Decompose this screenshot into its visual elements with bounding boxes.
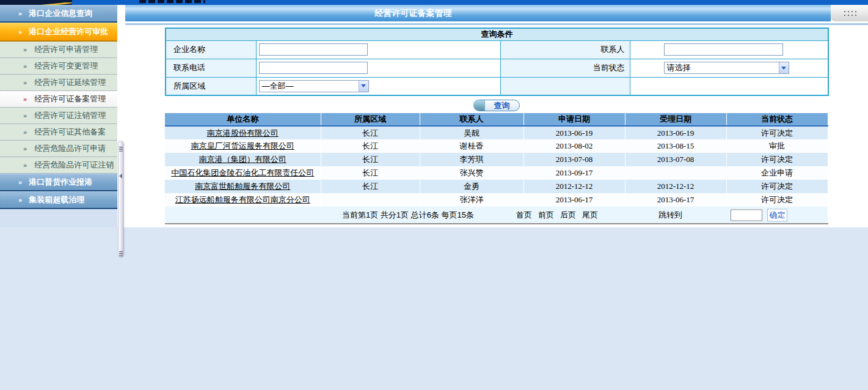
sidebar-item-port-enterprise-license-approval[interactable]: » 港口企业经营许可审批 [0, 23, 117, 42]
collapse-left-arrow-icon[interactable] [119, 174, 122, 178]
region-cell: 长江 [321, 126, 420, 139]
accept-date-cell: 2013-07-08 [625, 153, 726, 166]
sidebar-item-label: 港口普货作业报港 [29, 177, 92, 188]
menu-arrow-icon: » [18, 179, 21, 186]
header-divider [125, 23, 868, 25]
accept-date-cell: 2012-12-12 [625, 180, 726, 193]
sidebar-item-label: 港口企业信息查询 [29, 8, 92, 19]
prev-page-link[interactable]: 前页 [538, 210, 554, 221]
table-row: 南京港股份有限公司 长江 吴靓 2013-06-19 2013-06-19 许可… [165, 126, 828, 139]
menu-arrow-icon: » [23, 129, 26, 136]
first-page-link[interactable]: 首页 [516, 210, 532, 221]
sidebar-item-license-filing-mgmt-active[interactable]: » 经营许可证备案管理 [0, 91, 117, 108]
region-cell: 长江 [321, 153, 420, 166]
last-page-link[interactable]: 尾页 [582, 210, 598, 221]
menu-arrow-icon: » [23, 96, 26, 103]
grip-dots-icon [119, 146, 123, 152]
sidebar-item-label: 经营许可证注销管理 [34, 110, 106, 121]
col-apply-date: 申请日期 [523, 113, 625, 126]
sidebar-item-license-other-filing[interactable]: » 经营许可证其他备案 [0, 124, 117, 141]
apply-date-cell: 2012-12-12 [523, 180, 625, 193]
accept-date-cell: 2013-06-19 [625, 126, 726, 139]
contact-input[interactable] [664, 43, 783, 56]
contact-cell: 张洋洋 [420, 193, 523, 207]
status-label: 当前状态 [500, 59, 630, 77]
sidebar-item-license-cancellation-mgmt[interactable]: » 经营许可证注销管理 [0, 108, 117, 124]
region-label: 所属区域 [166, 77, 256, 95]
menu-arrow-icon: » [23, 112, 26, 119]
sidebar-item-label: 港口企业经营许可审批 [29, 26, 108, 37]
menu-arrow-icon: » [18, 29, 21, 35]
query-button-label: 查询 [485, 100, 519, 111]
sidebar-item-label: 经营许可申请管理 [34, 44, 98, 55]
apply-date-cell: 2013-08-02 [523, 139, 625, 153]
status-cell: 许可决定 [726, 126, 828, 139]
company-link[interactable]: 南京皇厂河货运服务有限公司 [191, 141, 294, 150]
company-link[interactable]: 南京港股份有限公司 [207, 128, 279, 138]
cutoff-banner-text [139, 0, 205, 3]
menu-arrow-icon: » [23, 46, 26, 53]
sidebar-item-general-cargo-report[interactable]: » 港口普货作业报港 [0, 174, 117, 191]
company-link[interactable]: 南京港（集团）有限公司 [199, 155, 286, 164]
col-accept-date: 受理日期 [625, 113, 726, 126]
company-link[interactable]: 中国石化集团金陵石油化工有限责任公司 [171, 168, 314, 177]
grip-dots-icon [843, 10, 856, 17]
sidebar-item-port-enterprise-info-query[interactable]: » 港口企业信息查询 [0, 5, 117, 23]
logo-corner [0, 0, 72, 5]
select-arrow-button[interactable] [359, 81, 368, 92]
sidebar-item-label: 经营危险品许可申请 [34, 143, 106, 154]
region-cell [321, 193, 420, 207]
company-name-input[interactable] [259, 43, 368, 56]
sidebar-splitter-handle[interactable] [118, 141, 123, 257]
query-button-row: 查询 [165, 98, 828, 112]
region-cell: 长江 [321, 139, 420, 153]
query-form: 查询条件 企业名称 联系人 联系电话 当前状态 请选择 所属区域 —全部— [165, 28, 829, 96]
header-corner-button[interactable] [831, 5, 868, 21]
pagination-bar: 当前第1页 共分1页 总计6条 每页15条 首页 前页 后页 尾页 跳转到 确定 [165, 207, 828, 223]
sidebar-menu: » 港口企业信息查询 » 港口企业经营许可审批 » 经营许可申请管理 » 经营许… [0, 5, 117, 209]
accept-date-cell: 2013-06-17 [625, 193, 726, 207]
sidebar-item-dangerous-goods-license-cancel[interactable]: » 经营危险品许可证注销 [0, 157, 117, 174]
accept-date-cell: 2013-08-15 [625, 139, 726, 153]
region-select[interactable]: —全部— [259, 80, 369, 92]
col-company-name: 单位名称 [165, 113, 321, 126]
region-cell: 长江 [321, 180, 420, 193]
company-link[interactable]: 南京富世船舶服务有限公司 [195, 182, 290, 191]
sidebar-item-license-change-mgmt[interactable]: » 经营许可变更管理 [0, 58, 117, 75]
query-button[interactable]: 查询 [473, 100, 520, 111]
status-select[interactable]: 请选择 [664, 62, 789, 74]
chevron-down-icon [781, 67, 786, 70]
sidebar-item-license-application-mgmt[interactable]: » 经营许可申请管理 [0, 42, 117, 58]
menu-arrow-icon: » [23, 145, 26, 152]
pagination-row: 当前第1页 共分1页 总计6条 每页15条 首页 前页 后页 尾页 跳转到 确定 [165, 207, 828, 224]
phone-input[interactable] [259, 62, 368, 74]
sidebar-item-container-overload-control[interactable]: » 集装箱超载治理 [0, 191, 117, 209]
empty-value-cell [630, 77, 828, 95]
page-bottom-background [0, 227, 868, 390]
sidebar-item-label: 集装箱超载治理 [29, 194, 84, 205]
jump-page-input[interactable] [731, 209, 762, 221]
next-page-link[interactable]: 后页 [560, 210, 576, 221]
company-link[interactable]: 江苏扬远船舶服务有限公司南京分公司 [175, 195, 310, 204]
grip-dots-icon [119, 251, 123, 256]
apply-date-cell: 2013-06-19 [523, 126, 625, 139]
company-name-label: 企业名称 [166, 40, 256, 59]
table-row: 江苏扬远船舶服务有限公司南京分公司 张洋洋 2013-06-17 2013-06… [165, 193, 828, 207]
col-status: 当前状态 [726, 113, 828, 126]
page-title: 经营许可证备案管理 [125, 5, 831, 21]
contact-cell: 吴靓 [420, 126, 523, 139]
table-header-row: 单位名称 所属区域 联系人 申请日期 受理日期 当前状态 [165, 113, 828, 126]
table-row: 南京富世船舶服务有限公司 长江 金勇 2012-12-12 2012-12-12… [165, 180, 828, 193]
apply-date-cell: 2013-06-17 [523, 193, 625, 207]
status-select-value: 请选择 [665, 62, 779, 73]
status-cell: 许可决定 [726, 193, 828, 207]
status-cell: 许可决定 [726, 180, 828, 193]
contact-label: 联系人 [500, 40, 630, 59]
jump-confirm-button[interactable]: 确定 [767, 208, 787, 221]
sidebar-item-dangerous-goods-license-apply[interactable]: » 经营危险品许可申请 [0, 141, 117, 157]
select-arrow-button[interactable] [779, 62, 789, 73]
sidebar-item-license-renewal-mgmt[interactable]: » 经营许可证延续管理 [0, 75, 117, 91]
jump-to-label: 跳转到 [658, 210, 682, 221]
col-region: 所属区域 [321, 113, 420, 126]
sidebar-item-label: 经营许可证其他备案 [34, 127, 106, 138]
